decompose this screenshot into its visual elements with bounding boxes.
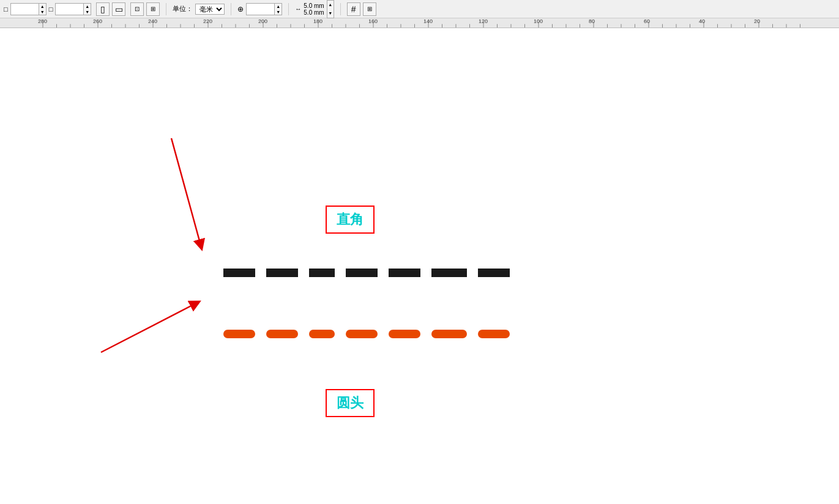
y-step-value: 5.0 mm [304,9,324,16]
step-up-arrow[interactable]: ▲ [275,4,282,9]
width-down-arrow[interactable]: ▼ [39,9,46,15]
step-down-arrow[interactable]: ▼ [275,9,282,15]
xy-step-group: ↔ 5.0 mm 5.0 mm ▲ ▼ [295,0,334,18]
dash-seg-orange-3 [309,330,335,338]
label-box-yuantou: 圆头 [326,389,375,417]
svg-line-3 [101,303,196,352]
dash-line-black [223,269,521,277]
step-spinbox[interactable]: .1 mm ▲ ▼ [246,3,282,15]
height-spinbox[interactable]: 297.0 mm ▲ ▼ [55,3,91,15]
label-box-zhijiao: 直角 [326,206,375,234]
arrow-up [95,291,217,365]
pagesize-group: ⊡ ⊞ [130,2,160,16]
dash-seg-black-5 [389,269,420,277]
width-input[interactable]: 210.0 mm [11,4,39,15]
dash-seg-orange-1 [223,330,255,338]
dash-seg-black-3 [309,269,335,277]
dash-seg-black-7 [478,269,510,277]
dash-line-orange [223,330,521,338]
step-arrows: ▲ ▼ [274,4,282,15]
toolbar: □ 210.0 mm ▲ ▼ □ 297.0 mm ▲ ▼ ▯ ▭ ⊡ ⊞ 单位… [0,0,839,18]
pagesize-button2[interactable]: ⊞ [146,2,160,16]
dash-seg-black-4 [346,269,378,277]
portrait-button[interactable]: ▯ [96,2,110,16]
step-group: ⊕ .1 mm ▲ ▼ [237,3,282,15]
height-down-arrow[interactable]: ▼ [84,9,91,15]
zhijiao-text: 直角 [337,212,364,227]
height-icon: □ [49,6,53,13]
xy-arrows: ▲ ▼ [327,0,334,18]
separator1 [166,3,166,15]
width-spinbox[interactable]: 210.0 mm ▲ ▼ [10,3,47,15]
dash-seg-black-2 [266,269,298,277]
landscape-button[interactable]: ▭ [112,2,125,16]
unit-label: 单位： [173,4,193,13]
step-input[interactable]: .1 mm [247,4,274,15]
xy-down-arrow[interactable]: ▼ [327,9,334,18]
separator2 [231,3,231,15]
dash-seg-orange-5 [389,330,420,338]
size-inputs: □ 210.0 mm ▲ ▼ □ 297.0 mm ▲ ▼ [4,3,91,15]
grid-button2[interactable]: ⊞ [363,2,376,16]
xy-icon: ↔ [295,6,301,12]
ruler-canvas [0,18,839,28]
orientation-group: ▯ ▭ [96,2,125,16]
dash-seg-black-6 [431,269,467,277]
height-up-arrow[interactable]: ▲ [84,4,91,9]
width-arrows: ▲ ▼ [39,4,46,15]
pagesize-button1[interactable]: ⊡ [130,2,144,16]
dash-seg-orange-2 [266,330,298,338]
yuantou-text: 圆头 [337,395,364,410]
xy-values: 5.0 mm 5.0 mm [304,2,324,16]
separator4 [340,3,341,15]
grid-button1[interactable]: # [347,2,360,16]
width-icon: □ [4,6,8,13]
width-up-arrow[interactable]: ▲ [39,4,46,9]
height-arrows: ▲ ▼ [83,4,91,15]
x-step-value: 5.0 mm [304,2,324,9]
canvas-area[interactable]: 直角 圆头 [0,28,839,503]
dash-seg-orange-7 [478,330,510,338]
ruler [0,18,839,28]
height-input[interactable]: 297.0 mm [56,4,83,15]
grid-group: # ⊞ [347,2,376,16]
arrow-down [135,126,220,261]
unit-group: 单位： 毫米 厘米 英寸 [173,4,225,15]
separator3 [288,3,289,15]
dash-seg-orange-6 [431,330,467,338]
svg-line-1 [171,138,201,245]
dash-seg-black-1 [223,269,255,277]
dash-seg-orange-4 [346,330,378,338]
xy-up-arrow[interactable]: ▲ [327,1,334,9]
unit-select[interactable]: 毫米 厘米 英寸 [195,4,225,15]
step-icon: ⊕ [237,5,244,13]
